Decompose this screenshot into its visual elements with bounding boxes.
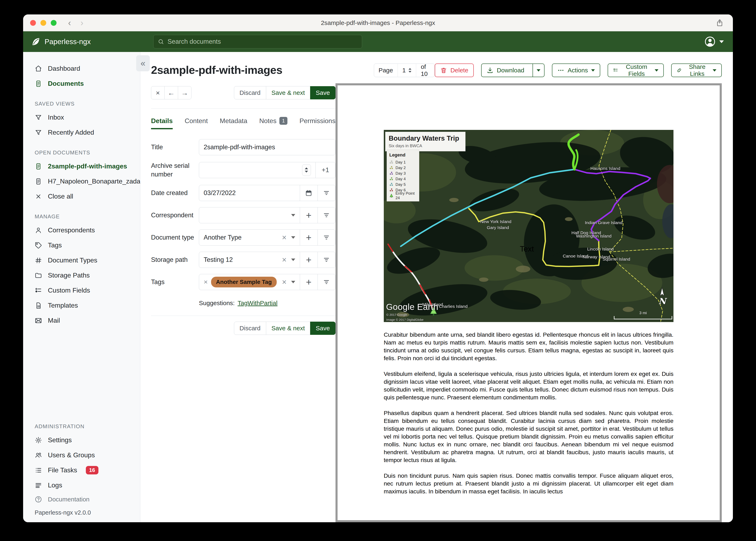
tags-filter-button[interactable] — [318, 274, 335, 290]
title-input[interactable] — [204, 144, 331, 151]
app-brand[interactable]: Paperless-ngx — [31, 37, 91, 46]
sidebar-item-correspondents[interactable]: Correspondents — [23, 223, 140, 238]
zoom-window-button[interactable] — [51, 20, 57, 26]
sidebar-item-settings[interactable]: Settings — [23, 432, 140, 448]
tag-chip[interactable]: Another Sample Tag — [211, 277, 277, 287]
map-title-box: Boundary Waters Trip Six days in BWCA — [385, 132, 466, 151]
asn-input[interactable] — [204, 166, 302, 174]
share-links-button[interactable]: Share Links — [671, 64, 722, 77]
sidebar-item-file-tasks[interactable]: File Tasks16 — [23, 463, 140, 478]
correspondent-select[interactable] — [199, 208, 300, 223]
tab-content[interactable]: Content — [185, 117, 208, 129]
discard-button[interactable]: Discard — [234, 321, 266, 335]
sidebar-item-mail[interactable]: Mail — [23, 313, 140, 328]
clear-icon[interactable]: × — [282, 256, 286, 264]
sidebar-item-inbox[interactable]: Inbox — [23, 110, 140, 125]
tab-details[interactable]: Details — [151, 117, 173, 129]
search-bar[interactable] — [153, 35, 362, 48]
delete-button[interactable]: Delete — [435, 64, 474, 77]
custom-fields-button[interactable]: Custom Fields — [608, 64, 664, 77]
add-tag-button[interactable]: + — [300, 274, 318, 290]
leaf-logo-icon — [31, 37, 40, 46]
download-options-button[interactable] — [533, 64, 544, 77]
save-button[interactable]: Save — [310, 321, 335, 335]
save-group-top: Discard Save & next Save — [234, 86, 335, 99]
storage-path-select[interactable]: Testing 12 × — [199, 252, 300, 268]
previous-document-button[interactable]: ← — [164, 86, 178, 99]
sidebar-item-h7-napoleon-bonaparte-zadanie[interactable]: H7_Napoleon_Bonaparte_zadanie — [23, 174, 140, 189]
sidebar-item-label: Custom Fields — [48, 286, 90, 294]
clear-icon[interactable]: × — [282, 278, 286, 286]
app-header: Paperless-ngx — [23, 31, 733, 52]
page-stepper[interactable] — [409, 68, 411, 73]
remove-tag-icon[interactable]: × — [204, 278, 208, 286]
asn-stepper[interactable] — [302, 164, 311, 176]
filter-icon — [323, 234, 330, 241]
sidebar-item-label: Correspondents — [48, 227, 95, 234]
sidebar-item-documents[interactable]: Documents — [23, 76, 140, 91]
storage-path-filter-button[interactable] — [318, 252, 335, 268]
asn-increment-button[interactable]: +1 — [315, 162, 335, 178]
sidebar-item-dashboard[interactable]: Dashboard — [23, 61, 140, 76]
forward-button[interactable]: › — [80, 18, 83, 28]
document-type-select[interactable]: Another Type × — [199, 230, 300, 245]
title-field — [199, 139, 335, 155]
edit-fields: Title Archive serial number — [151, 139, 335, 306]
sidebar-item-label: Tags — [48, 242, 62, 249]
preview-toolbar: Page 1 of 10 Delete — [374, 64, 722, 77]
back-button[interactable]: ‹ — [68, 18, 71, 28]
asn-field: +1 — [199, 162, 335, 178]
download-button[interactable]: Download — [481, 64, 545, 77]
tab-notes[interactable]: Notes1 — [259, 117, 287, 129]
save-next-button[interactable]: Save & next — [266, 86, 311, 99]
next-document-button[interactable]: → — [178, 86, 191, 99]
correspondent-filter-button[interactable] — [318, 208, 335, 223]
discard-button[interactable]: Discard — [234, 86, 266, 99]
save-button[interactable]: Save — [310, 86, 335, 99]
minimize-window-button[interactable] — [40, 20, 46, 26]
sidebar-item-tags[interactable]: Tags — [23, 238, 140, 253]
pdf-paragraph: Curabitur bibendum ante urna, sed blandi… — [384, 331, 673, 362]
clear-icon[interactable]: × — [282, 234, 286, 242]
page-number-input[interactable]: 1 — [398, 64, 416, 77]
chevron-down-icon — [291, 214, 295, 217]
map-label: Squirrel Island — [602, 257, 630, 262]
sidebar-item-recently-added[interactable]: Recently Added — [23, 125, 140, 140]
date-filter-button[interactable] — [318, 185, 335, 201]
collapse-sidebar-button[interactable]: « — [136, 55, 150, 71]
sidebar-item-logs[interactable]: Logs — [23, 478, 140, 493]
sidebar-item-templates[interactable]: Templates — [23, 298, 140, 313]
tags-select[interactable]: ×Another Sample Tag × — [199, 274, 300, 290]
tab-metadata[interactable]: Metadata — [220, 117, 247, 129]
legend-label: Day 3 — [396, 171, 406, 176]
map-label: Lincoln Island — [587, 247, 614, 252]
sidebar-item-users-groups[interactable]: Users & Groups — [23, 448, 140, 463]
tab-permissions[interactable]: Permissions — [299, 117, 335, 129]
tag-suggestion-link[interactable]: TagWithPartial — [237, 299, 277, 306]
close-document-button[interactable]: × — [151, 86, 165, 99]
logs-icon — [35, 482, 42, 489]
sidebar-item-custom-fields[interactable]: Custom Fields — [23, 283, 140, 298]
close-window-button[interactable] — [30, 20, 36, 26]
pdf-viewer[interactable]: Boundary Waters Trip Six days in BWCA Le… — [335, 83, 722, 522]
save-next-button[interactable]: Save & next — [266, 321, 311, 335]
calendar-button[interactable] — [300, 185, 318, 201]
actions-button[interactable]: Actions — [552, 64, 600, 77]
add-document-type-button[interactable]: + — [300, 230, 318, 245]
add-storage-path-button[interactable]: + — [300, 252, 318, 268]
add-correspondent-button[interactable]: + — [300, 208, 318, 223]
user-menu[interactable] — [704, 36, 724, 48]
date-created-input[interactable] — [204, 189, 295, 197]
share-icon[interactable] — [716, 19, 724, 27]
doc-icon — [35, 163, 42, 170]
search-input[interactable] — [168, 38, 358, 45]
sidebar-item-close-all[interactable]: Close all — [23, 189, 140, 204]
sidebar-item-documentation[interactable]: Documentation — [23, 493, 140, 506]
sidebar-item-document-types[interactable]: Document Types — [23, 253, 140, 268]
sidebar-item-storage-paths[interactable]: Storage Paths — [23, 268, 140, 283]
sidebar-item-2sample-pdf-with-images[interactable]: 2sample-pdf-with-images — [23, 159, 140, 174]
chevron-down-icon — [291, 236, 295, 239]
tasks-icon — [35, 467, 42, 474]
document-type-filter-button[interactable] — [318, 230, 335, 245]
map-label: Indian Grave Island — [585, 220, 622, 225]
